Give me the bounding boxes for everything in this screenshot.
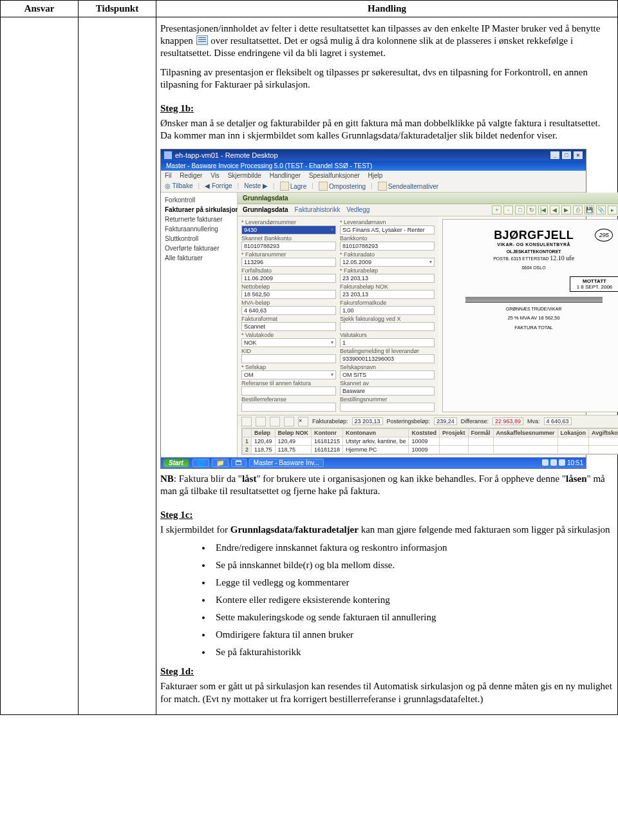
form-field[interactable]: KID [241, 348, 336, 363]
grid-cell[interactable]: 120,49 [252, 437, 276, 445]
grid-cell[interactable] [589, 437, 618, 445]
form-field[interactable]: Bankkonto81010788293 [340, 235, 435, 251]
field-value[interactable]: 11.06.2009 [241, 274, 336, 283]
grid-header[interactable]: Kontonr [312, 428, 343, 437]
grid-cell[interactable] [440, 445, 469, 453]
form-field[interactable]: Bestillingsnummer [340, 396, 435, 412]
field-value[interactable] [241, 403, 336, 412]
status-delete-icon[interactable]: × [298, 417, 308, 426]
field-value[interactable]: 113296 [241, 258, 336, 267]
field-value[interactable] [241, 387, 336, 396]
form-field[interactable]: Sjekk fakturalogg ved X [340, 316, 435, 331]
grid-cell[interactable]: 118,75 [252, 445, 276, 453]
sidebar-returnerte[interactable]: Returnerte fakturaer [161, 215, 237, 224]
taskbar-explorer-icon[interactable]: 📁 [212, 459, 229, 467]
grid-cell[interactable]: 16181215 [312, 437, 343, 445]
menu-fil[interactable]: Fil [165, 172, 172, 179]
grid-cell[interactable]: 1 [243, 437, 252, 445]
zoom-out-icon[interactable]: - [503, 205, 513, 215]
menu-spesial[interactable]: Spesialfunksjoner [309, 172, 360, 179]
form-field[interactable]: * Fakturabeløp23 203,13 [340, 267, 435, 283]
grid-row[interactable]: 1120,49120,4916181215Utstyr arkiv, kanti… [243, 437, 619, 445]
form-field[interactable]: * Leverandørnummer9430 [241, 219, 336, 234]
grid-cell[interactable] [557, 437, 589, 445]
print-icon[interactable]: ⎙ [573, 205, 583, 215]
back-button[interactable]: ◎ Tilbake [165, 182, 192, 189]
invoice-preview[interactable]: 295 BJØRGFJELL VIKAR- OG KONSULENTBYRÅ O… [442, 219, 618, 412]
sidebar-overforte[interactable]: Overførte fakturaer [161, 243, 237, 253]
form-field[interactable]: Bestillerreferanse [241, 396, 336, 412]
grid-header[interactable]: Koststed [409, 428, 440, 437]
menu-hjelp[interactable]: Hjelp [368, 172, 383, 179]
menu-skjermbilde[interactable]: Skjermbilde [228, 172, 261, 179]
field-value[interactable]: 1,00 [340, 306, 435, 315]
postings-grid[interactable]: BeløpBeløp NOKKontonrKontonavnKoststedPr… [241, 428, 618, 455]
tray-icon-1[interactable] [542, 459, 548, 466]
menubar[interactable]: Fil Rediger Vis Skjermbilde Handlinger S… [161, 171, 586, 180]
grid-row[interactable]: 2118,75118,7516181218Hjemme PC10009 [243, 445, 619, 453]
status-icon-2[interactable] [256, 417, 266, 426]
field-value[interactable]: 23 203,13 [340, 274, 435, 283]
sidebar-fakturaer-sirkulasjon[interactable]: Fakturaer på sirkulasjon [161, 205, 237, 215]
tray-icon-3[interactable] [559, 459, 565, 466]
form-field[interactable]: FakturaformatScannet [241, 316, 336, 331]
prev-button[interactable]: ◀ Forrige [205, 182, 232, 189]
form-field[interactable]: Skannet avBasware [340, 380, 435, 396]
attach-icon[interactable]: 📎 [596, 205, 606, 215]
grid-cell[interactable]: 2 [243, 445, 252, 453]
grid-cell[interactable] [557, 445, 589, 453]
grid-cell[interactable]: 10009 [409, 437, 440, 445]
sidebar-annullering[interactable]: Fakturaannullering [161, 224, 237, 234]
save-button[interactable]: Lagre [280, 182, 307, 191]
form-field[interactable]: Valutakurs1 [340, 332, 435, 347]
field-value[interactable]: 81010788293 [241, 242, 336, 251]
form-field[interactable]: SelskapsnavnOM SITS [340, 364, 435, 379]
page-first-icon[interactable]: |◀ [538, 205, 548, 215]
grid-header[interactable]: Beløp NOK [275, 428, 312, 437]
sidebar-alle[interactable]: Alle fakturaer [161, 253, 237, 263]
field-value[interactable]: 1 [340, 338, 435, 347]
column-settings-icon[interactable] [196, 35, 208, 45]
field-value[interactable]: 4 640,63 [241, 306, 336, 315]
grid-cell[interactable] [440, 437, 469, 445]
form-field[interactable]: Nettobeløp18 562,50 [241, 283, 336, 299]
field-value[interactable]: 9430 [241, 225, 336, 234]
field-value[interactable]: Basware [340, 387, 435, 396]
rotate-icon[interactable]: ↻ [527, 205, 536, 215]
form-field[interactable]: * Fakturanummer113296 [241, 251, 336, 267]
tab-grunnlagsdata[interactable]: Grunnlagsdata [243, 206, 288, 213]
extra-icon[interactable]: ▸ [608, 205, 617, 215]
status-icon-3[interactable] [270, 417, 280, 426]
field-value[interactable] [340, 403, 435, 412]
form-field[interactable]: * Fakturadato12.05.2009 [340, 251, 435, 267]
tab-vedlegg[interactable]: Vedlegg [346, 206, 370, 213]
field-value[interactable]: 81010788293 [340, 242, 435, 251]
sidebar-sluttkontroll[interactable]: Sluttkontroll [161, 234, 237, 243]
field-value[interactable] [241, 354, 336, 363]
grid-header[interactable]: Kontonavn [343, 428, 409, 437]
field-value[interactable]: NOK [241, 338, 336, 347]
form-field[interactable]: MVA-beløp4 640,63 [241, 300, 336, 315]
grid-cell[interactable]: Utstyr arkiv, kantine, be [343, 437, 409, 445]
form-field[interactable]: * LeverandørnavnSG Finans AS, Lysaker - … [340, 219, 435, 234]
form-field[interactable]: Skannet Bankkonto81010788293 [241, 235, 336, 251]
taskbar-ie-icon[interactable]: 🌐 [192, 459, 209, 467]
grid-header[interactable]: Prosjekt [440, 428, 469, 437]
grid-cell[interactable] [493, 437, 557, 445]
grid-cell[interactable] [493, 445, 557, 453]
field-value[interactable]: 9339000113296003 [340, 354, 435, 363]
grid-cell[interactable]: 10009 [409, 445, 440, 453]
form-field[interactable]: Forfallsdato11.06.2009 [241, 267, 336, 283]
taskbar-task-basware[interactable]: Master - Basware Inv... [249, 459, 324, 467]
ompostering-button[interactable]: Ompostering [319, 182, 366, 191]
close-button[interactable]: × [573, 151, 583, 160]
next-button[interactable]: Neste ▶ [244, 182, 268, 189]
grid-header[interactable]: Anskaffelsesnummer [493, 428, 557, 437]
tray-icon-2[interactable] [550, 459, 557, 466]
field-value[interactable]: 18 562,50 [241, 290, 336, 299]
status-icon-1[interactable] [241, 417, 252, 426]
field-value[interactable] [340, 322, 435, 331]
form-field[interactable]: Fakturabeløp NOK23 203,13 [340, 283, 435, 299]
form-field[interactable]: * ValutakodeNOK [241, 332, 336, 347]
grid-cell[interactable] [468, 437, 493, 445]
